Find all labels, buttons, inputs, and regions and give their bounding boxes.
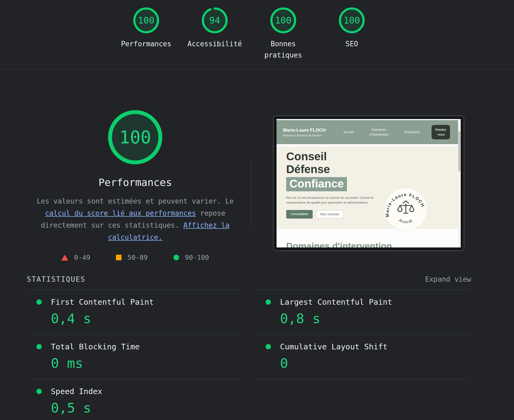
- legend-range: 50-89: [127, 254, 148, 261]
- metric-largest-contentful-paint: Largest Contentful Paint 0,8 s: [256, 290, 471, 335]
- score-value: 100: [107, 109, 163, 165]
- gauge-ring: 100: [338, 7, 365, 34]
- screenshot-hero-heading: Conseil Défense Confiance: [286, 150, 461, 191]
- legend-range: 0-49: [74, 254, 90, 261]
- gauge-ring: 94: [201, 7, 228, 34]
- screenshot-hero-buttons: Consultation Mes services: [286, 210, 461, 219]
- score-summary-bar: 100 Performances 94 Accessibilité: [0, 0, 514, 69]
- screenshot-rendezvous-line1: Rendez: [435, 127, 446, 132]
- metric-label: Largest Contentful Paint: [280, 297, 392, 307]
- green-dot-icon: [266, 299, 271, 305]
- score-value: 94: [201, 7, 228, 34]
- statistics-right-column: Largest Contentful Paint 0,8 s Cumulativ…: [256, 290, 471, 420]
- score-calc-link[interactable]: calcul du score lié aux performances: [45, 209, 196, 217]
- green-dot-icon: [36, 344, 42, 349]
- hero-word-confiance: Confiance: [286, 177, 347, 191]
- summary-gauge-accessibilite[interactable]: 94 Accessibilité: [187, 7, 243, 61]
- category-description: Les valeurs sont estimées et peuvent var…: [33, 195, 238, 243]
- metric-value: 0 ms: [51, 356, 242, 371]
- green-dot-icon: [266, 344, 271, 349]
- metric-head: Total Blocking Time: [27, 342, 242, 351]
- hero-word-defense: Défense: [286, 163, 461, 176]
- screenshot-hero: Conseil Défense Confiance Plus de 15 ans…: [277, 146, 461, 229]
- screenshot-consultation-button: Consultation: [286, 210, 313, 219]
- legend-range: 90-100: [185, 254, 209, 261]
- statistics-left-column: First Contentful Paint 0,4 s Total Block…: [27, 290, 242, 420]
- gauge-ring: 100: [270, 7, 297, 34]
- metric-head: First Contentful Paint: [27, 297, 242, 307]
- screenshot-rendezvous-button: Rendez -vous: [432, 125, 450, 139]
- screenshot-nav-honoraires: Honoraires: [404, 130, 420, 134]
- metric-head: Largest Contentful Paint: [256, 297, 471, 307]
- metric-cumulative-layout-shift: Cumulative Layout Shift 0: [256, 335, 471, 379]
- metric-label: First Contentful Paint: [51, 297, 154, 307]
- metric-speed-index: Speed Index 0,5 s: [27, 379, 242, 420]
- performance-category: 100 Performances Les valeurs sont estimé…: [27, 109, 244, 261]
- green-dot-icon: [36, 299, 42, 305]
- screenshot-rendezvous-line2: -vous: [435, 132, 446, 137]
- red-triangle-icon: [61, 255, 68, 261]
- screenshot-scrollbar: [458, 119, 461, 247]
- score-summary-row: 100 Performances 94 Accessibilité: [0, 0, 506, 61]
- legend-item-pass: 90-100: [173, 254, 209, 261]
- statistics-section: STATISTIQUES Expand view First Contentfu…: [27, 275, 471, 420]
- screenshot-nav-domaines: Domaines d'intervention: [366, 127, 392, 137]
- statistics-columns: First Contentful Paint 0,4 s Total Block…: [27, 290, 471, 420]
- gauge-ring: 100: [133, 7, 160, 34]
- screenshot-services-button: Mes services: [316, 210, 344, 219]
- metric-value: 0,8 s: [280, 311, 471, 326]
- screenshot-section-title: Domaines d'intervention: [286, 241, 461, 247]
- metric-head: Speed Index: [27, 387, 242, 396]
- screenshot-brand: Marie-Laure FLOCH Avocat au Barreau de N…: [283, 128, 326, 137]
- summary-gauge-seo[interactable]: 100 SEO: [324, 7, 380, 61]
- screenshot-domaines-section: Domaines d'intervention: [277, 229, 461, 247]
- summary-gauge-performances[interactable]: 100 Performances: [118, 7, 174, 61]
- score-label: Bonnes pratiques: [255, 39, 311, 61]
- metric-value: 0,5 s: [51, 400, 242, 416]
- score-label: Accessibilité: [187, 39, 242, 50]
- score-scale-legend: 0-49 50-89 90-100: [27, 254, 244, 261]
- page-screenshot-thumbnail[interactable]: Marie-Laure FLOCH Avocat au Barreau de N…: [273, 116, 464, 251]
- screenshot-site-header: Marie-Laure FLOCH Avocat au Barreau de N…: [277, 120, 461, 144]
- metric-total-blocking-time: Total Blocking Time 0 ms: [27, 335, 242, 379]
- metric-head: Cumulative Layout Shift: [256, 342, 471, 351]
- metric-value: 0: [280, 356, 471, 371]
- performance-gauge: 100: [107, 109, 163, 165]
- screenshot-brand-subtitle: Avocat au Barreau de Nantes: [283, 134, 326, 137]
- metric-label: Cumulative Layout Shift: [280, 342, 388, 351]
- green-dot-icon: [36, 389, 42, 394]
- metric-label: Total Blocking Time: [51, 342, 140, 351]
- score-value: 100: [270, 7, 297, 34]
- screenshot-nav: Accueil Domaines d'intervention Honorair…: [343, 127, 420, 137]
- summary-gauge-bonnes-pratiques[interactable]: 100 Bonnes pratiques: [255, 7, 311, 61]
- screenshot-scrollbar-thumb: [458, 131, 460, 171]
- score-label: SEO: [346, 39, 358, 50]
- category-title: Performances: [27, 177, 244, 188]
- screenshot-hero-paragraph: Plus de 15 ans d'expérience au service d…: [286, 196, 375, 205]
- screenshot-nav-accueil: Accueil: [343, 130, 354, 134]
- metric-label: Speed Index: [51, 387, 102, 396]
- screenshot-divider-strip: [277, 144, 461, 146]
- metric-value: 0,4 s: [51, 311, 242, 326]
- screenshot-brand-name: Marie-Laure FLOCH: [283, 128, 326, 133]
- statistics-header: STATISTIQUES Expand view: [27, 275, 471, 290]
- expand-view-button[interactable]: Expand view: [425, 275, 471, 283]
- pagespeed-report: 100 Performances 94 Accessibilité: [0, 0, 514, 420]
- score-label: Performances: [121, 39, 171, 50]
- score-value: 100: [338, 7, 365, 34]
- legend-item-average: 50-89: [116, 254, 148, 261]
- hero-word-conseil: Conseil: [286, 150, 461, 163]
- screenshot-site: Marie-Laure FLOCH Avocat au Barreau de N…: [277, 119, 461, 247]
- metric-first-contentful-paint: First Contentful Paint 0,4 s: [27, 290, 242, 335]
- green-circle-icon: [173, 255, 179, 260]
- legend-item-fail: 0-49: [61, 254, 90, 261]
- score-value: 100: [133, 7, 160, 34]
- vertical-divider: [251, 156, 251, 229]
- orange-square-icon: [116, 255, 122, 260]
- statistics-title: STATISTIQUES: [27, 275, 85, 283]
- description-text: Les valeurs sont estimées et peuvent var…: [37, 197, 234, 205]
- screenshot-logo-badge: Marie-Laure FLOCH Avocat: [383, 186, 429, 232]
